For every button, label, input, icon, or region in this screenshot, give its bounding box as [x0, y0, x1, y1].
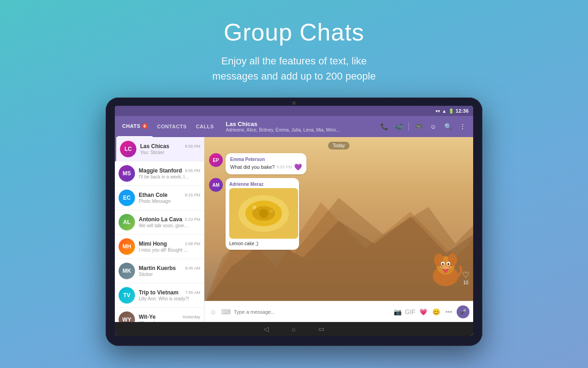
chat-members: Adrieene, Alice, Britney, Emma, Julia, L…: [226, 127, 364, 132]
chat-item-ethan[interactable]: EC Ethan Cole 8:15 PM Photo Message: [115, 186, 204, 210]
chat-item-witye[interactable]: WY Wit-Ye Yesterday When do you guys arr…: [115, 308, 204, 322]
tab-calls[interactable]: CALLS: [191, 116, 218, 137]
avatar-antonio: AL: [119, 214, 135, 230]
home-button[interactable]: ⌂: [292, 325, 295, 333]
battery-icon: 🔋: [448, 109, 454, 114]
message-input[interactable]: [234, 309, 390, 315]
emoji-button[interactable]: ☺: [208, 307, 218, 317]
msg-sender: Emma Peterson: [230, 157, 302, 162]
chat-time: Yesterday: [182, 315, 200, 319]
main-content: LC Las Chicas 9:56 PM You: Sticker: [115, 137, 473, 322]
signal-icon: ▾▾: [435, 109, 440, 114]
chat-item-antonio[interactable]: AL Antonio La Cava 5:23 PM We will talk …: [115, 210, 204, 235]
message-row: EP Emma Peterson What did you bake? 9:55…: [209, 153, 469, 174]
tablet-camera: [292, 101, 296, 105]
search-icon[interactable]: 🔍: [442, 121, 454, 132]
chat-item-maggie[interactable]: MS Maggie Stanford 9:05 PM I'll be back …: [115, 161, 204, 186]
more-icon[interactable]: ⋮: [457, 121, 469, 132]
chat-name: Las Chicas: [140, 143, 169, 150]
avatar-vietnam: TV: [119, 287, 135, 304]
chat-name: Maggie Stanford: [139, 167, 182, 174]
msg-time: 9:55 PM: [277, 165, 292, 169]
chat-preview: We will talk soon, give me 5 minutes.: [139, 223, 189, 228]
chat-name: Wit-Ye: [139, 314, 156, 320]
chat-item-mimi[interactable]: MH Mimi Hong 2:08 PM I miss you all! Bou…: [115, 235, 204, 259]
input-bar: ☺ ⌨ 📷 GIF 💗 😊 ••• 🎤: [204, 301, 473, 322]
chat-preview: I'll be back in a week, let's meet up th…: [139, 174, 189, 179]
chat-info: Antonio La Cava 5:23 PM We will talk soo…: [139, 216, 200, 228]
gif-button[interactable]: GIF: [405, 307, 415, 317]
msg-sender-adrienne: Adrienne Meraz: [229, 182, 295, 187]
chat-time: 8:45 AM: [185, 266, 200, 270]
status-bar: ▾▾ ▲ 🔋 12:36: [115, 106, 473, 116]
status-time: 12:36: [456, 108, 469, 114]
svg-point-7: [259, 209, 268, 218]
chat-item-vietnam[interactable]: TV Trip to Vietnam 7:55 AM Lilly Ann: Wh…: [115, 283, 204, 308]
mic-button[interactable]: 🎤: [457, 305, 469, 318]
tablet-frame: ▾▾ ▲ 🔋 12:36 CHATS 6 CONTACTS: [106, 98, 482, 346]
recents-button[interactable]: ▭: [318, 325, 324, 333]
sticker-button[interactable]: 💗: [418, 307, 428, 317]
msg-text: What did you bake?: [230, 164, 275, 170]
chat-preview: Lilly Ann: Who is ready?!: [139, 296, 189, 301]
status-icons: ▾▾ ▲ 🔋 12:36: [435, 108, 469, 114]
header-actions: 📞 📹 🎮 ☺ 🔍 ⋮: [378, 121, 473, 132]
message-row-image: AM Adrienne Meraz: [209, 178, 469, 250]
tablet-screen: ▾▾ ▲ 🔋 12:36 CHATS 6 CONTACTS: [115, 106, 473, 336]
chat-preview: I miss you all! Bought a ticket for next…: [139, 247, 189, 253]
game-icon[interactable]: 🎮: [413, 121, 424, 132]
chat-name: Antonio La Cava: [139, 216, 182, 223]
msg-caption: Lemon cake ;): [229, 241, 295, 246]
tab-chats[interactable]: CHATS 6: [118, 116, 153, 137]
msg-avatar-adrienne: AM: [209, 178, 223, 192]
keyboard-button[interactable]: ⌨: [221, 307, 231, 317]
chat-name: Trip to Vietnam: [139, 289, 178, 296]
message-bubble: Emma Peterson What did you bake? 9:55 PM…: [226, 153, 306, 174]
chat-info: Ethan Cole 8:15 PM Photo Message: [139, 192, 200, 204]
sticker-icon[interactable]: ☺: [427, 121, 439, 132]
lemon-cake-image: [229, 188, 298, 239]
video-call-button[interactable]: 📹: [393, 121, 405, 132]
avatar-witye: WY: [119, 311, 135, 322]
chat-info: Mimi Hong 2:08 PM I miss you all! Bought…: [139, 241, 200, 253]
chat-list: LC Las Chicas 9:56 PM You: Sticker: [115, 137, 204, 322]
back-button[interactable]: ◁: [264, 325, 269, 333]
svg-point-8: [253, 206, 256, 209]
chat-name: Ethan Cole: [139, 192, 168, 198]
chat-time: 9:56 PM: [185, 144, 200, 149]
image-message: Adrienne Meraz: [226, 178, 299, 250]
page-title: Group Chats: [224, 18, 364, 46]
chat-info: Wit-Ye Yesterday When do you guys arrive…: [139, 314, 200, 322]
chat-item-martin[interactable]: MK Martin Kuerbs 8:45 AM Sticker: [115, 259, 204, 283]
avatar-las-chicas: LC: [120, 141, 136, 157]
sticker-area: [423, 246, 469, 292]
date-badge: Today: [328, 142, 350, 150]
svg-point-23: [450, 266, 452, 268]
camera-button[interactable]: 📷: [392, 307, 402, 317]
svg-point-16: [442, 263, 444, 265]
more-button[interactable]: •••: [444, 307, 454, 317]
face-button[interactable]: 😊: [431, 307, 441, 317]
chat-title: Las Chicas: [226, 121, 373, 127]
svg-point-17: [447, 263, 449, 265]
chat-time: 9:05 PM: [185, 168, 200, 173]
tablet-device: ▾▾ ▲ 🔋 12:36 CHATS 6 CONTACTS: [106, 98, 482, 346]
chat-info: Maggie Stanford 9:05 PM I'll be back in …: [139, 167, 200, 179]
wifi-icon: ▲: [442, 109, 447, 114]
avatar-martin: MK: [119, 263, 135, 279]
chat-area: Today EP Emma Peterson What did you bake…: [204, 137, 473, 322]
svg-point-9: [270, 210, 273, 213]
avatar-mimi: MH: [119, 238, 135, 255]
chat-preview: Photo Message: [139, 199, 189, 204]
svg-point-21: [443, 269, 448, 273]
tab-contacts[interactable]: CONTACTS: [153, 116, 191, 137]
app-header: CHATS 6 CONTACTS CALLS Las Chicas Adriee…: [115, 116, 473, 137]
avatar-ethan: EC: [119, 190, 135, 206]
chat-time: 7:55 AM: [185, 290, 200, 295]
heart-icon: 💜: [294, 163, 302, 171]
chat-info: Las Chicas 9:56 PM You: Sticker: [140, 143, 200, 155]
msg-avatar-emma: EP: [209, 153, 223, 167]
chat-preview: Sticker: [139, 272, 189, 277]
call-button[interactable]: 📞: [378, 121, 390, 132]
chat-item-las-chicas[interactable]: LC Las Chicas 9:56 PM You: Sticker: [115, 137, 204, 161]
